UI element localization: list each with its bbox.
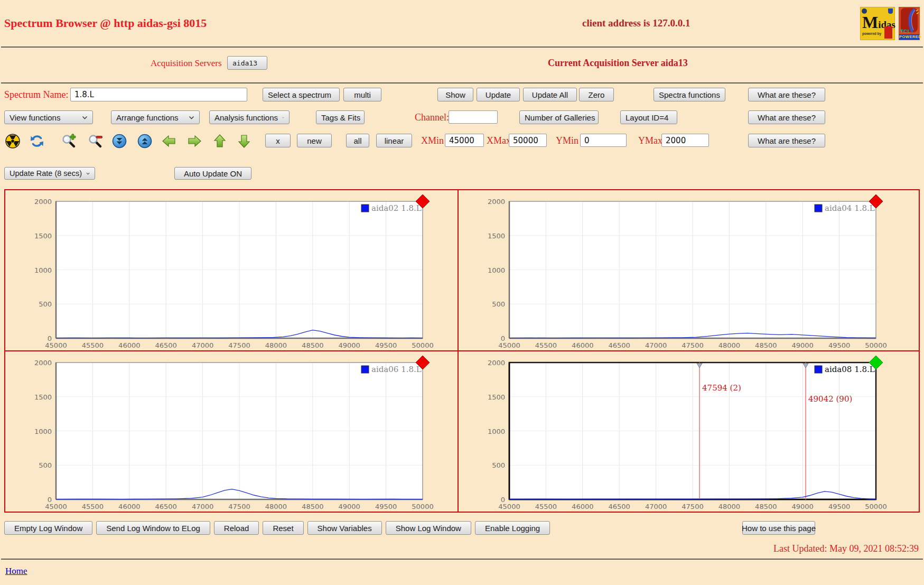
ymax-label: YMax (638, 135, 662, 146)
empty-log-window-button[interactable]: Empty Log Window (4, 521, 92, 535)
x-tick-label: 46500 (155, 341, 177, 349)
x-tick-label: 46000 (118, 503, 140, 510)
spectrum-panel-aida08[interactable]: 4500045500460004650047000475004800048500… (459, 351, 919, 512)
x-tick-label: 47000 (192, 503, 213, 510)
legend-swatch (361, 366, 369, 373)
reload-button[interactable]: Reload (214, 521, 259, 535)
page-title: Spectrum Browser @ http aidas-gsi 8015 (4, 16, 207, 30)
what-are-these-button-3[interactable]: What are these? (748, 134, 825, 147)
radiation-icon[interactable] (5, 134, 20, 148)
x-tick-label: 47500 (228, 341, 250, 349)
ymax-input[interactable] (661, 134, 709, 147)
functions-row: View functions Arrange functions Analysi… (0, 107, 924, 129)
xmax-input[interactable] (509, 134, 547, 147)
arrow-right-icon[interactable] (187, 134, 202, 148)
legend-label: aida06 1.8.L (371, 365, 422, 374)
spectrum-chart-aida06[interactable]: 4500045500460004650047000475004800048500… (5, 351, 458, 512)
scroll-up-icon[interactable] (137, 134, 152, 148)
xmin-label: XMin (421, 135, 444, 146)
spectrum-name-label: Spectrum Name: (4, 89, 68, 100)
ymin-input[interactable] (580, 134, 627, 147)
update-rate-select[interactable]: Update Rate (8 secs) (4, 167, 95, 180)
what-are-these-button-1[interactable]: What are these? (748, 88, 825, 101)
reset-button[interactable]: Reset (263, 521, 303, 535)
tcl-powered-logo[interactable]: TCL POWERED (899, 7, 920, 40)
x-tick-label: 50000 (865, 503, 886, 510)
spectra-functions-select[interactable]: Spectra functions (654, 88, 725, 101)
cursor-marker-label: 47594 (2) (702, 383, 741, 393)
show-log-window-button[interactable]: Show Log Window (386, 521, 471, 535)
midas-logo[interactable]: Midas powered by (860, 7, 895, 40)
x-tick-label: 48000 (718, 503, 740, 510)
zoom-in-icon[interactable] (61, 134, 76, 148)
acquisition-server-select[interactable]: aida13 (227, 56, 267, 70)
arrow-left-icon[interactable] (162, 134, 176, 148)
legend-swatch (815, 205, 822, 212)
legend-swatch (815, 366, 822, 373)
x-tick-label: 48000 (265, 341, 287, 349)
x-tick-label: 47500 (682, 341, 703, 349)
arrow-up-icon[interactable] (212, 134, 227, 148)
home-link[interactable]: Home (5, 566, 27, 577)
footer-buttons-row: Empty Log Window Send Log Window to ELog… (0, 521, 924, 536)
all-button[interactable]: all (346, 134, 369, 147)
x-button[interactable]: x (265, 134, 291, 147)
log-buttons-group: Empty Log Window Send Log Window to ELog… (4, 521, 550, 535)
spectrum-name-input[interactable] (70, 88, 247, 101)
y-tick-label: 1500 (34, 232, 52, 240)
spectra-gallery: 4500045500460004650047000475004800048500… (4, 189, 920, 513)
y-tick-label: 0 (48, 496, 52, 504)
xmin-input[interactable] (445, 134, 484, 147)
zoom-out-icon[interactable] (88, 134, 102, 148)
auto-update-button[interactable]: Auto Update ON (174, 167, 251, 180)
multi-button[interactable]: multi (343, 88, 381, 101)
header-logos: Midas powered by TCL POWERED (860, 7, 920, 40)
arrange-functions-select[interactable]: Arrange functions (111, 110, 200, 124)
show-variables-button[interactable]: Show Variables (307, 521, 382, 535)
analysis-functions-select[interactable]: Analysis functions (209, 110, 290, 124)
spectrum-panel-aida04[interactable]: 4500045500460004650047000475004800048500… (459, 190, 919, 351)
send-log-window-to-elog-button[interactable]: Send Log Window to ELog (96, 521, 210, 535)
x-tick-label: 47000 (192, 341, 213, 349)
linear-button[interactable]: linear (376, 134, 412, 147)
midas-feather-icon (884, 26, 892, 39)
y-tick-label: 1500 (488, 232, 505, 240)
y-tick-label: 1000 (34, 266, 52, 274)
view-functions-select[interactable]: View functions (4, 110, 93, 124)
x-tick-label: 47500 (682, 503, 703, 510)
chevron-down-icon (189, 116, 194, 119)
scroll-down-icon[interactable] (112, 134, 127, 148)
y-tick-label: 500 (492, 461, 505, 469)
new-button[interactable]: new (297, 134, 332, 147)
y-tick-label: 2000 (34, 359, 52, 367)
how-to-use-this-page-button[interactable]: How to use this page (742, 521, 815, 535)
x-tick-label: 46500 (155, 503, 177, 510)
tags-fits-select[interactable]: Tags & Fits (316, 110, 365, 124)
select-a-spectrum-select[interactable]: Select a spectrum (263, 88, 340, 101)
spectrum-chart-aida04[interactable]: 4500045500460004650047000475004800048500… (459, 190, 919, 350)
y-tick-label: 500 (492, 300, 505, 308)
y-tick-label: 1000 (488, 266, 505, 274)
x-tick-label: 48000 (718, 341, 740, 349)
x-tick-label: 49500 (828, 341, 850, 349)
update-all-button[interactable]: Update All (523, 88, 577, 101)
number-of-galleries-select[interactable]: Number of Galleries (519, 110, 599, 124)
x-tick-label: 49000 (339, 341, 360, 349)
zero-button[interactable]: Zero (579, 88, 614, 101)
x-tick-label: 45000 (45, 341, 67, 349)
spectrum-chart-aida08[interactable]: 4500045500460004650047000475004800048500… (459, 351, 919, 512)
channel-label: Channel: (415, 112, 449, 123)
what-are-these-button-2[interactable]: What are these? (748, 110, 825, 124)
arrow-down-icon[interactable] (237, 134, 251, 148)
spectrum-chart-aida02[interactable]: 4500045500460004650047000475004800048500… (5, 190, 458, 350)
update-button[interactable]: Update (477, 88, 520, 101)
y-tick-label: 0 (501, 335, 505, 342)
enable-logging-button[interactable]: Enable Logging (475, 521, 550, 535)
spectrum-panel-aida06[interactable]: 4500045500460004650047000475004800048500… (5, 351, 459, 512)
refresh-icon[interactable] (30, 134, 44, 148)
layout-id-select[interactable]: Layout ID=4 (620, 110, 677, 124)
spectrum-panel-aida02[interactable]: 4500045500460004650047000475004800048500… (5, 190, 459, 351)
y-tick-label: 0 (501, 496, 505, 504)
channel-input[interactable] (449, 110, 498, 124)
show-button[interactable]: Show (437, 88, 473, 101)
